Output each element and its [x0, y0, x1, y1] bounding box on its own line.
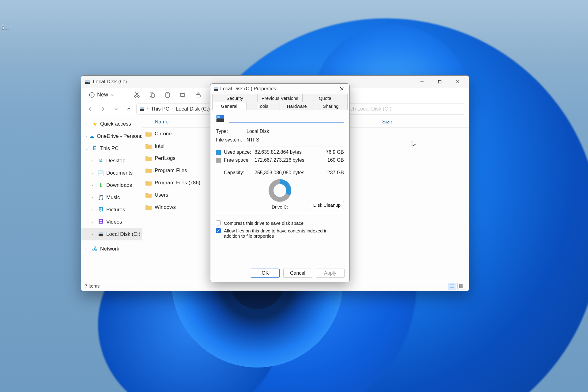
sidebar: ›★Quick access ›☁OneDrive - Personal ⌄🖥T… [81, 116, 142, 281]
index-label: Allow files on this drive to have conten… [224, 228, 344, 239]
desktop-icon: 🖥 [98, 158, 104, 164]
type-value: Local Disk [247, 129, 269, 134]
monitor-icon: 🖥 [92, 145, 98, 152]
used-swatch [216, 150, 221, 155]
volume-label-input[interactable] [229, 115, 344, 123]
folder-name: Users [155, 192, 168, 198]
ok-button[interactable]: OK [251, 269, 280, 278]
tab-previous-versions[interactable]: Previous Versions [257, 94, 302, 102]
sidebar-item-label: Videos [106, 219, 122, 225]
svg-rect-1 [85, 80, 90, 82]
tab-sharing[interactable]: Sharing [314, 102, 348, 110]
filesystem-label: File system: [216, 137, 247, 143]
close-button[interactable] [449, 76, 466, 88]
tab-security[interactable]: Security [212, 94, 257, 102]
tab-general[interactable]: General [212, 102, 246, 110]
up-button[interactable] [123, 104, 134, 115]
free-swatch [216, 158, 221, 163]
sidebar-item-label: Documents [106, 170, 133, 176]
music-icon: 🎵 [98, 194, 104, 201]
star-icon: ★ [92, 121, 98, 127]
rename-icon[interactable] [179, 92, 186, 98]
item-count: 7 items [85, 283, 100, 288]
minimize-button[interactable] [413, 76, 431, 88]
recent-button[interactable] [111, 104, 122, 115]
used-gb: 76.9 GB [322, 149, 344, 155]
disk-cleanup-button[interactable]: Disk Cleanup [310, 201, 344, 209]
sidebar-item-label: Downloads [106, 182, 132, 188]
picture-icon: 🖼 [98, 207, 104, 213]
svg-rect-33 [462, 286, 463, 288]
sidebar-item-quick-access[interactable]: ›★Quick access [81, 118, 142, 130]
capacity-label: Capacity: [216, 170, 254, 175]
sidebar-item-local-disk[interactable]: ›Local Disk (C:) [81, 228, 142, 240]
svg-rect-15 [151, 94, 154, 97]
svg-rect-35 [214, 87, 218, 89]
column-size[interactable]: Size [376, 116, 392, 127]
maximize-button[interactable] [431, 76, 449, 88]
svg-rect-34 [214, 89, 218, 91]
drive-icon [213, 86, 218, 91]
type-label: Type: [216, 129, 247, 134]
apply-button[interactable]: Apply [316, 269, 345, 278]
sidebar-item-music[interactable]: ›🎵Music [81, 191, 142, 204]
crumb-this-pc[interactable]: This PC [151, 106, 169, 112]
sidebar-item-this-pc[interactable]: ⌄🖥This PC [81, 142, 142, 155]
sidebar-item-downloads[interactable]: ›⬇Downloads [81, 179, 142, 191]
back-button[interactable] [85, 104, 96, 115]
folder-icon [142, 156, 155, 161]
tab-hardware[interactable]: Hardware [280, 102, 314, 110]
tab-tools[interactable]: Tools [246, 102, 280, 110]
compress-checkbox[interactable]: Compress this drive to save disk space [216, 219, 344, 227]
drive-icon [216, 114, 224, 123]
new-button[interactable]: New [87, 90, 116, 99]
sidebar-item-label: Local Disk (C:) [106, 231, 140, 237]
new-label: New [97, 92, 108, 98]
sidebar-item-videos[interactable]: ›🎞Videos [81, 216, 142, 228]
sidebar-item-desktop[interactable]: ›🖥Desktop [81, 155, 142, 167]
svg-rect-17 [167, 92, 168, 93]
search-input[interactable]: Search Local Disk (C:) [349, 104, 465, 115]
drive-label: Drive C: [272, 204, 288, 209]
capacity-bytes: 255,303,086,080 bytes [254, 170, 322, 175]
drive-icon [140, 107, 145, 111]
index-checkbox[interactable]: ✓Allow files on this drive to have conte… [216, 227, 344, 240]
cloud-icon: ☁ [89, 133, 94, 140]
separator [216, 146, 344, 146]
separator [216, 213, 344, 213]
copy-icon[interactable] [149, 92, 156, 98]
folder-name: Intel [155, 143, 164, 149]
svg-rect-4 [439, 81, 441, 83]
cut-icon[interactable] [134, 92, 140, 98]
details-view-button[interactable] [448, 283, 456, 289]
tab-quota[interactable]: Quota [303, 94, 348, 102]
svg-rect-2 [89, 82, 89, 83]
svg-rect-31 [462, 285, 463, 286]
folder-name: Chrone [155, 131, 172, 137]
tiles-view-button[interactable] [457, 283, 465, 289]
usage-pie-chart [269, 179, 291, 202]
folder-icon [142, 180, 155, 186]
crumb-local-disk[interactable]: Local Disk (C:) [176, 106, 210, 112]
separator [216, 166, 344, 166]
used-label: Used space: [224, 149, 254, 155]
cancel-button[interactable]: Cancel [283, 269, 312, 278]
sidebar-item-pictures[interactable]: ›🖼Pictures [81, 204, 142, 216]
forward-button[interactable] [98, 104, 109, 115]
svg-rect-38 [217, 119, 224, 122]
sidebar-item-documents[interactable]: ›📄Documents [81, 167, 142, 179]
network-icon: 🖧 [92, 246, 98, 252]
sidebar-item-onedrive[interactable]: ›☁OneDrive - Personal [81, 130, 142, 142]
drive-icon [85, 79, 90, 85]
folder-name: Windows [155, 204, 176, 210]
sidebar-item-network[interactable]: ›🖧Network [81, 243, 142, 255]
window-title: Local Disk (C:) [93, 79, 127, 85]
desktop-icon-label[interactable]: 6... [1, 24, 9, 31]
download-icon: ⬇ [98, 182, 104, 189]
svg-rect-26 [99, 232, 103, 234]
dialog-titlebar[interactable]: Local Disk (C:) Properties [210, 84, 349, 94]
filesystem-value: NTFS [247, 137, 259, 143]
paste-icon[interactable] [164, 92, 171, 98]
close-button[interactable] [337, 84, 346, 93]
share-icon[interactable] [195, 92, 202, 98]
